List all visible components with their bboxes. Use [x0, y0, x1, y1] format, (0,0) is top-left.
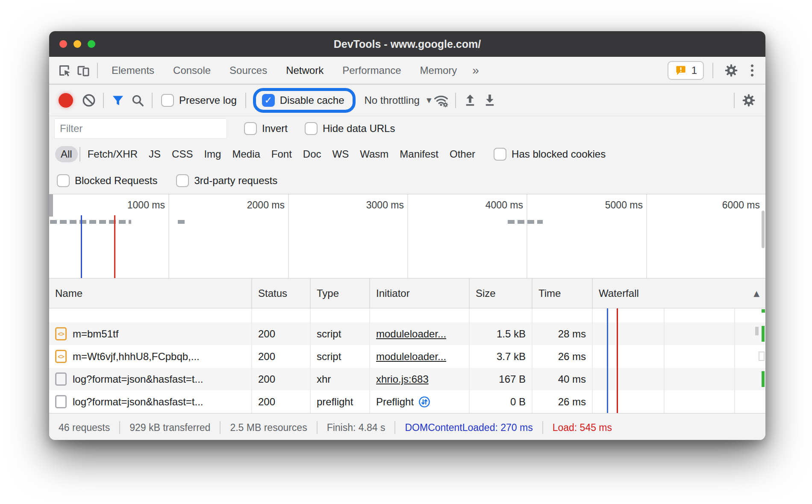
gear-icon [741, 93, 756, 108]
third-party-requests-checkbox[interactable]: 3rd-party requests [176, 174, 277, 187]
type-filter-wasm[interactable]: Wasm [354, 146, 394, 162]
cell-name: <> m=bm51tf [49, 322, 252, 345]
type-filter-manifest[interactable]: Manifest [394, 146, 444, 162]
cell-type: preflight [311, 390, 370, 413]
type-filter-other[interactable]: Other [444, 146, 481, 162]
table-row[interactable]: log?format=json&hasfast=t... 200 xhr xhr… [49, 368, 765, 390]
disable-cache-highlight: ✓ Disable cache [253, 88, 356, 113]
desktop: { "window": { "title": "DevTools - www.g… [0, 0, 812, 504]
type-filter-ws[interactable]: WS [327, 146, 355, 162]
requests-count: 46 requests [59, 422, 110, 434]
type-filter-img[interactable]: Img [198, 146, 227, 162]
devtools-tab-bar: Elements Console Sources Network Perform… [49, 57, 765, 85]
disable-cache-label: Disable cache [280, 94, 344, 106]
checkbox-unchecked[interactable] [244, 122, 257, 135]
issues-counter-button[interactable]: 1 [668, 61, 704, 80]
customize-devtools-button[interactable] [745, 62, 759, 79]
checkbox-checked[interactable]: ✓ [262, 94, 275, 107]
initiator-link[interactable]: xhrio.js:683 [376, 373, 429, 385]
cell-name: log?format=json&hasfast=t... [49, 390, 252, 413]
toolbar-divider [455, 93, 456, 108]
tab-sources[interactable]: Sources [220, 57, 277, 84]
checkbox-unchecked[interactable] [494, 148, 506, 161]
table-row[interactable]: <> m=Wt6vjf,hhhU8,FCpbqb,... 200 script … [49, 345, 765, 368]
column-header-waterfall[interactable]: Waterfall ▲ [593, 278, 765, 308]
type-filter-font[interactable]: Font [266, 146, 297, 162]
document-file-icon [55, 395, 67, 408]
inspect-element-button[interactable] [55, 61, 74, 80]
hide-data-urls-label: Hide data URLs [323, 123, 395, 135]
initiator-link[interactable]: moduleloader... [376, 351, 446, 363]
filter-input[interactable] [54, 118, 227, 139]
table-row[interactable]: <> m=bm51tf 200 script moduleloader... 1… [49, 322, 765, 345]
wifi-gear-icon [433, 92, 449, 108]
column-header-initiator[interactable]: Initiator [370, 278, 470, 308]
toolbar-divider [97, 63, 98, 78]
settings-button[interactable] [722, 61, 741, 80]
timeline-tick: 2000 ms [168, 199, 285, 211]
tab-elements[interactable]: Elements [102, 57, 164, 84]
type-filter-doc[interactable]: Doc [297, 146, 327, 162]
resource-type-filters: All Fetch/XHR JS CSS Img Media Font Doc … [49, 141, 765, 167]
toolbar-divider [103, 93, 104, 108]
type-filter-fetch-xhr[interactable]: Fetch/XHR [82, 146, 143, 162]
column-header-size[interactable]: Size [470, 278, 533, 308]
checkbox-unchecked[interactable] [161, 94, 174, 107]
filter-toggle-button[interactable] [108, 91, 128, 110]
toggle-device-toolbar-button[interactable] [74, 61, 93, 80]
checkbox-unchecked[interactable] [305, 122, 318, 135]
cell-waterfall [593, 345, 765, 368]
initiator-link[interactable]: moduleloader... [376, 328, 446, 340]
tab-memory[interactable]: Memory [411, 57, 467, 84]
scrollbar-thumb[interactable] [762, 211, 765, 248]
throttling-select[interactable]: No throttling ▼ [364, 94, 431, 106]
preserve-log-checkbox[interactable]: Preserve log [161, 94, 237, 107]
cell-time: 40 ms [533, 368, 593, 390]
checkbox-unchecked[interactable] [176, 174, 189, 187]
column-header-name[interactable]: Name [49, 278, 252, 308]
document-file-icon [55, 372, 67, 386]
type-filter-all[interactable]: All [55, 146, 78, 162]
preflight-label[interactable]: Preflight [376, 396, 414, 408]
cell-size: 1.5 kB [470, 322, 533, 345]
cell-name: <> m=Wt6vjf,hhhU8,FCpbqb,... [49, 345, 252, 368]
import-har-button[interactable] [460, 91, 480, 110]
invert-checkbox[interactable]: Invert [244, 122, 288, 135]
tab-console[interactable]: Console [164, 57, 220, 84]
export-har-button[interactable] [480, 91, 500, 110]
type-filter-css[interactable]: CSS [166, 146, 198, 162]
column-header-time[interactable]: Time [533, 278, 593, 308]
column-header-status[interactable]: Status [252, 278, 311, 308]
cell-waterfall [593, 390, 765, 413]
tab-network[interactable]: Network [277, 57, 333, 84]
tab-performance[interactable]: Performance [333, 57, 410, 84]
table-row[interactable]: log?format=json&hasfast=t... 200 preflig… [49, 390, 765, 413]
search-button[interactable] [128, 91, 147, 110]
dom-content-loaded-marker [81, 215, 82, 278]
sort-ascending-icon: ▲ [753, 289, 759, 298]
status-divider [394, 421, 395, 434]
dom-content-loaded-time: DOMContentLoaded: 270 ms [405, 422, 533, 434]
status-divider [317, 421, 318, 434]
hide-data-urls-checkbox[interactable]: Hide data URLs [305, 122, 395, 135]
type-filter-media[interactable]: Media [227, 146, 265, 162]
toolbar-divider [712, 63, 713, 78]
cell-size: 0 B [470, 390, 533, 413]
column-header-type[interactable]: Type [311, 278, 370, 308]
clear-network-log-button[interactable] [79, 91, 99, 110]
record-network-log-button[interactable] [59, 93, 73, 108]
type-filter-js[interactable]: JS [143, 146, 166, 162]
disable-cache-checkbox[interactable]: ✓ Disable cache [262, 94, 344, 107]
has-blocked-cookies-label: Has blocked cookies [512, 148, 606, 160]
blocked-requests-checkbox[interactable]: Blocked Requests [57, 174, 157, 187]
toolbar-divider [245, 93, 246, 108]
chevron-down-icon: ▼ [427, 97, 432, 104]
has-blocked-cookies-checkbox[interactable]: Has blocked cookies [494, 148, 606, 161]
cell-status: 200 [252, 368, 311, 390]
more-tabs-button[interactable]: » [466, 64, 485, 77]
checkbox-unchecked[interactable] [57, 174, 70, 187]
device-toolbar-icon [76, 63, 91, 78]
network-overview-timeline[interactable]: 1000 ms 2000 ms 3000 ms 4000 ms 5000 ms … [49, 194, 765, 278]
network-settings-button[interactable] [739, 91, 759, 110]
network-conditions-button[interactable] [431, 91, 451, 110]
